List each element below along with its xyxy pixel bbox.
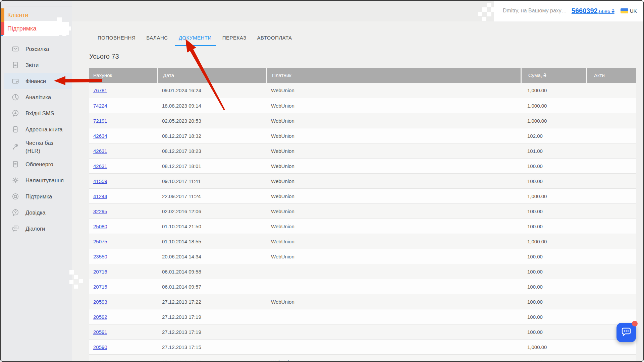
sidebar-item-dovidka[interactable]: Довідка [0, 204, 72, 221]
amount-cell: 100.00 [521, 224, 586, 229]
account-link[interactable]: 20591 [93, 329, 107, 335]
topbar-account-panel: Dmitry, на Вашому раху… 5660392,6686 ₴ U… [494, 0, 644, 21]
sidebar-item-label: Чистка баз (HLR) [25, 139, 66, 155]
document-icon [11, 160, 19, 168]
sidebar-item-label: Діалоги [25, 225, 66, 233]
inbox-message-icon [11, 109, 19, 117]
table-row: 20591 27.12.2013 17:19 100.00 [89, 324, 636, 339]
account-link[interactable]: 20715 [93, 284, 107, 290]
account-link[interactable]: 41244 [93, 193, 107, 199]
amount-cell: 102.00 [521, 133, 586, 139]
date-cell: 27.12.2013 17:22 [157, 299, 266, 305]
pixel-decoration [62, 22, 67, 26]
amount-cell: 1,000.00 [521, 103, 586, 109]
annotation-arrow-documents [181, 36, 228, 113]
account-link[interactable]: 41559 [93, 178, 107, 184]
pixel-decoration [482, 17, 486, 21]
date-cell: 20.06.2014 14:34 [157, 254, 266, 259]
account-link[interactable]: 20593 [93, 299, 107, 305]
payer-cell: WebUnion [266, 103, 521, 109]
account-link[interactable]: 74224 [93, 103, 107, 109]
annotation-arrow-finance [53, 74, 103, 88]
tab-avtooplata[interactable]: АВТООПЛАТА [253, 30, 296, 46]
pixel-decoration [79, 279, 83, 283]
sidebar-item-zvity[interactable]: Звіти [0, 57, 72, 73]
documents-table: Рахунок Дата Платник Сума, ₴ Акти 76781 … [89, 68, 636, 362]
account-link[interactable]: 25080 [93, 224, 107, 229]
date-cell: 06.01.2014 09:57 [157, 284, 266, 290]
account-link[interactable]: 20592 [93, 314, 107, 320]
account-link[interactable]: 72191 [93, 118, 107, 124]
chat-bubble-icon [621, 327, 632, 338]
table-row: 32295 02.02.2016 12:06 WebUnion 100.00 [89, 203, 636, 219]
amount-cell: 1,000.00 [521, 118, 586, 124]
pixel-decoration [74, 275, 78, 279]
address-book-icon [11, 125, 19, 133]
acts-cell [586, 355, 636, 362]
tab-popovnennia[interactable]: ПОПОВНЕННЯ [94, 30, 140, 46]
logout-power-icon[interactable] [642, 7, 644, 15]
user-greeting: Dmitry, на Вашому раху… [503, 8, 567, 14]
table-row: 76781 09.01.2024 16:24 WebUnion 1,000.00 [89, 83, 636, 98]
sidebar-item-dialohy[interactable]: Діалоги [0, 221, 72, 237]
table-row: 23550 20.06.2014 14:34 WebUnion 100.00 [89, 249, 636, 264]
sidebar-item-pidtrymka[interactable]: Підтримка [0, 188, 72, 204]
account-link[interactable]: 25075 [93, 239, 107, 244]
payer-cell: WebUnion [266, 133, 521, 139]
sidebar-item-chystka-baz-hlr[interactable]: Чистка баз (HLR) [0, 137, 72, 156]
account-link[interactable]: 42631 [93, 163, 107, 169]
date-cell: 02.02.2016 12:06 [157, 208, 266, 214]
topbar: Dmitry, на Вашому раху… 5660392,6686 ₴ U… [72, 0, 644, 21]
table-row: 20715 06.01.2014 09:57 100.00 [89, 279, 636, 294]
sidebar-item-oblenergo[interactable]: Обленерго [0, 156, 72, 172]
account-link[interactable]: 76781 [93, 87, 107, 93]
table-row: 42634 08.12.2017 18:32 WebUnion 102.00 [89, 128, 636, 143]
pixel-decoration [487, 12, 491, 16]
envelope-icon [11, 45, 19, 53]
account-link[interactable]: 20716 [93, 269, 107, 275]
table-row: 42631 08.12.2017 18:23 WebUnion 101.00 [89, 143, 636, 158]
amount-cell: 100.00 [521, 163, 586, 169]
sidebar-item-label: Довідка [25, 208, 66, 217]
sidebar-divider [6, 6, 72, 6]
amount-cell: 1,000.00 [521, 87, 586, 93]
sidebar-item-vhidni-sms[interactable]: Вхідні SMS [0, 105, 72, 121]
table-row: 20590 27.12.2013 17:15 1,000.00 [89, 339, 636, 354]
account-link[interactable]: 42631 [93, 148, 107, 154]
table-row: 42631 08.12.2017 18:01 WebUnion 100.00 [89, 158, 636, 173]
column-header-acts: Акти [586, 68, 636, 83]
payer-cell: WebUnion [266, 148, 521, 154]
account-link[interactable]: 20590 [93, 344, 107, 350]
amount-cell: 1,000.00 [521, 193, 586, 199]
language-selector[interactable]: UK [630, 8, 637, 14]
payer-cell: WebUnion [266, 163, 521, 169]
sidebar-item-rozsylka[interactable]: Розсилка [0, 41, 72, 57]
account-link[interactable]: 32295 [93, 208, 107, 214]
amount-cell: 100.00 [521, 178, 586, 184]
sidebar-item-nalashtuvannia[interactable]: Налаштування [0, 172, 72, 188]
payer-cell: WebUnion [266, 118, 521, 124]
account-link[interactable]: 23550 [93, 254, 107, 259]
sidebar-item-adresna-knyha[interactable]: Адресна книга [0, 121, 72, 137]
table-row: 20716 06.01.2014 09:58 100.00 [89, 264, 636, 279]
amount-cell: 1,000.00 [521, 239, 586, 244]
payer-cell: WebUnion [266, 224, 521, 229]
sidebar-item-analityka[interactable]: Аналітика [0, 89, 72, 105]
amount-cell: 100.00 [521, 355, 586, 362]
sidebar-item-label: Аналітика [25, 93, 66, 101]
account-link[interactable]: 20589 [93, 359, 107, 362]
sidebar: SMS Розсилка Звіти Фінанси Аналітика Вхі… [0, 0, 72, 362]
tab-balans[interactable]: БАЛАНС [142, 30, 172, 46]
amount-cell: 100.00 [521, 284, 586, 290]
table-header-row: Рахунок Дата Платник Сума, ₴ Акти [89, 68, 636, 83]
account-link[interactable]: 42634 [93, 133, 107, 139]
date-cell: 08.12.2017 18:32 [157, 133, 266, 139]
total-count-label: Усього 73 [89, 53, 119, 60]
pixel-decoration [478, 12, 482, 16]
balance-link[interactable]: 5660392,6686 ₴ [572, 7, 614, 15]
sidebar-footer-item-label: Підтримка [7, 25, 36, 32]
payer-cell: WebUnion [266, 355, 521, 362]
date-cell: 27.12.2013 17:19 [157, 314, 266, 320]
chat-widget-button[interactable] [616, 323, 636, 342]
date-cell: 08.12.2017 18:01 [157, 163, 266, 169]
